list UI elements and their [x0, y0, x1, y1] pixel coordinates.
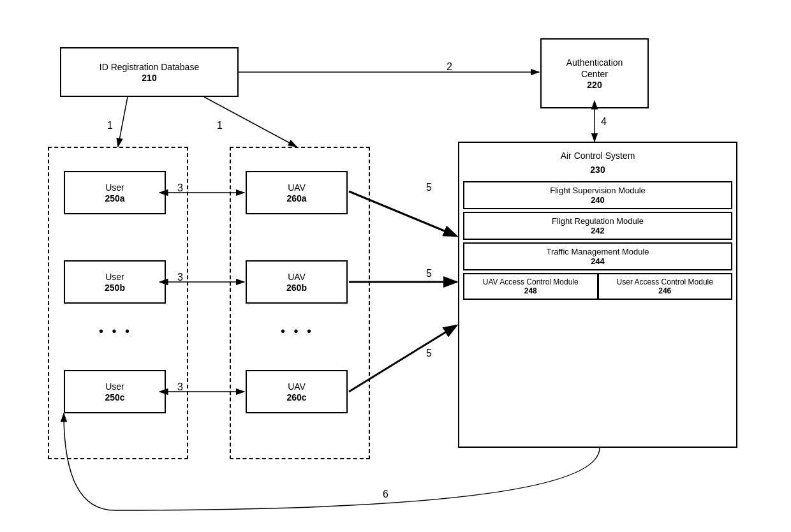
uav-access-title: UAV Access Control Module: [466, 277, 595, 286]
uav-a-title: UAV: [288, 182, 306, 193]
label-3c: 3: [177, 381, 183, 393]
user-access-id: 246: [601, 286, 730, 295]
user-access-box: User Access Control Module 246: [598, 273, 733, 300]
id-registration-id: 210: [142, 73, 156, 83]
acs-id: 230: [459, 162, 736, 176]
uav-b-title: UAV: [288, 271, 306, 283]
svg-line-4: [118, 97, 128, 147]
uav-a-id: 260a: [286, 193, 306, 203]
air-control-system-box: Air Control System 230 Flight Supervisio…: [458, 142, 737, 448]
user-a-id: 250a: [105, 193, 124, 203]
user-c-title: User: [105, 381, 124, 392]
label-3a: 3: [177, 182, 183, 194]
user-dots: • • •: [99, 324, 132, 339]
user-b-box: User 250b: [64, 260, 166, 304]
user-c-box: User 250c: [64, 370, 166, 413]
uav-a-box: UAV 260a: [246, 171, 348, 214]
uav-c-id: 260c: [286, 392, 306, 403]
uav-b-box: UAV 260b: [246, 260, 348, 304]
flight-supervision-box: Flight Supervision Module 240: [463, 181, 732, 209]
label-5c: 5: [426, 348, 432, 359]
diagram: ID Registration Database 210 Authenticat…: [0, 0, 791, 532]
user-c-id: 250c: [105, 392, 124, 403]
label-5a: 5: [426, 182, 432, 193]
flight-regulation-box: Flight Regulation Module 242: [463, 212, 732, 240]
uav-dots: • • •: [281, 324, 314, 339]
flight-supervision-title: Flight Supervision Module: [467, 186, 728, 195]
id-registration-box: ID Registration Database 210: [60, 47, 239, 97]
user-a-box: User 250a: [64, 171, 166, 214]
label-3b: 3: [177, 272, 183, 283]
user-b-title: User: [105, 271, 124, 283]
label-5b: 5: [426, 268, 432, 279]
user-access-title: User Access Control Module: [601, 277, 730, 286]
user-b-id: 250b: [105, 283, 125, 293]
acs-title: Air Control System: [459, 148, 736, 162]
label-1a: 1: [107, 120, 113, 131]
auth-center-box: AuthenticationCenter 220: [540, 38, 649, 108]
bottom-modules: UAV Access Control Module 248 User Acces…: [463, 273, 732, 300]
user-a-title: User: [105, 182, 124, 193]
traffic-management-id: 244: [467, 256, 728, 266]
auth-center-title: AuthenticationCenter: [566, 57, 623, 80]
uav-c-title: UAV: [288, 381, 306, 392]
label-1b: 1: [217, 120, 223, 131]
uav-access-box: UAV Access Control Module 248: [463, 273, 598, 300]
traffic-management-title: Traffic Management Module: [467, 247, 728, 256]
uav-b-id: 260b: [286, 283, 307, 293]
flight-supervision-id: 240: [467, 195, 728, 205]
label-4: 4: [601, 116, 607, 128]
label-6: 6: [383, 489, 388, 500]
uav-c-box: UAV 260c: [246, 370, 348, 413]
flight-regulation-id: 242: [467, 226, 728, 235]
auth-center-id: 220: [587, 80, 602, 90]
label-2: 2: [447, 61, 452, 73]
flight-regulation-title: Flight Regulation Module: [467, 216, 728, 226]
id-registration-title: ID Registration Database: [100, 61, 199, 73]
uav-access-id: 248: [466, 286, 595, 295]
traffic-management-box: Traffic Management Module 244: [463, 242, 732, 270]
